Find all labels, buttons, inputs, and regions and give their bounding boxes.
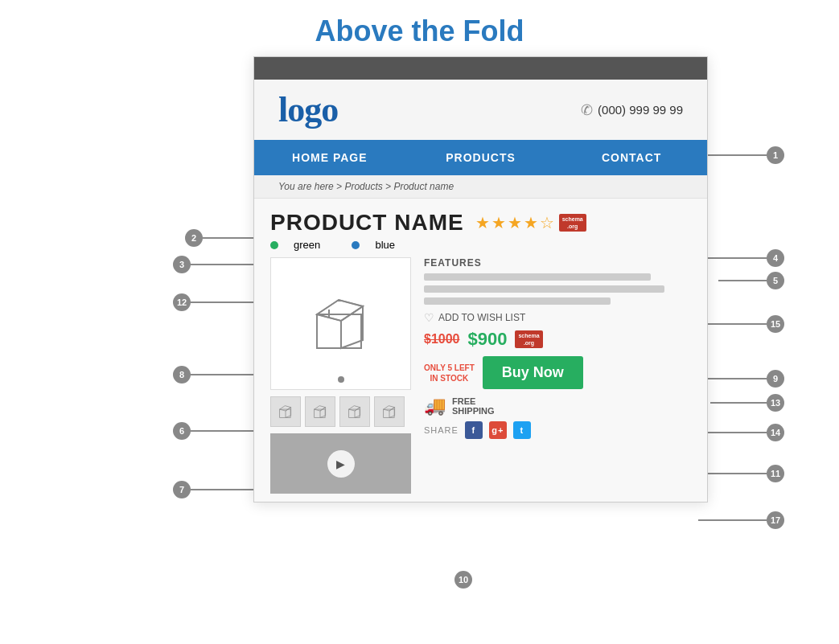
wishlist-label[interactable]: ADD TO WISH LIST [438,312,525,323]
phone-number: (000) 999 99 99 [598,103,683,117]
top-bar [254,57,707,80]
svg-marker-2 [341,306,363,348]
annotation-6: 6 [173,422,191,440]
features-title: FEATURES [424,257,691,269]
phone-area: ✆ (000) 999 99 99 [581,101,683,119]
stars: ★★★★☆ [475,213,556,232]
truck-icon: 🚚 [424,396,446,416]
svg-marker-20 [389,408,395,418]
annotation-3: 3 [173,256,191,273]
annotation-7: 7 [173,481,191,498]
product-main: ▶ FEATURES ♡ ADD TO WISH LIST [270,257,691,494]
breadcrumb: You are here > Products > Product name [254,175,707,199]
ann-line-12 [191,301,255,303]
googleplus-icon[interactable]: g+ [489,421,507,439]
heart-icon: ♡ [424,311,434,324]
stock-text: ONLY 5 LEFTIN STOCK [424,363,475,384]
image-dot [338,376,344,383]
feature-line-3 [424,297,611,305]
annotation-11: 11 [767,465,784,482]
thumbnail-1[interactable] [270,396,301,427]
product-left: ▶ [270,257,411,494]
annotation-1: 1 [767,146,784,164]
annotation-14: 14 [767,424,784,441]
ann-line-6 [191,430,255,432]
ann-line-5 [718,280,767,281]
ann-line-17 [698,519,767,521]
price-new: $900 [468,329,508,350]
price-old: $1000 [424,332,460,347]
share-row: SHARE f g+ t [424,421,691,439]
product-box-icon [305,292,377,356]
schema-badge-stars: schema .org [559,214,586,232]
color-options: green blue [270,239,691,251]
logo: logo [278,89,338,130]
phone-icon: ✆ [581,101,593,119]
nav-item-home[interactable]: HOME PAGE [254,140,405,175]
feature-line-1 [424,273,651,281]
nav-item-contact[interactable]: CONTACT [556,140,707,175]
nav-bar[interactable]: HOME PAGE PRODUCTS CONTACT [254,140,707,175]
play-button[interactable]: ▶ [327,450,355,478]
annotation-4: 4 [767,249,784,267]
ann-line-2 [203,237,257,239]
thumbnail-4[interactable] [374,396,405,427]
feature-line-2 [424,285,664,293]
ann-line-3 [191,264,255,265]
twitter-icon[interactable]: t [513,421,531,439]
shipping-text: FREESHIPPING [452,396,495,416]
share-label: SHARE [424,425,459,435]
video-box[interactable]: ▶ [270,433,411,494]
product-right: FEATURES ♡ ADD TO WISH LIST $1000 $900 [424,257,691,439]
svg-line-7 [317,300,339,314]
color-dot-green [270,241,278,249]
thumbnail-row [270,396,411,427]
svg-marker-14 [320,408,326,418]
thumbnail-2[interactable] [305,396,335,427]
product-section: PRODUCT NAME ★★★★☆ schema .org green b [254,199,707,502]
stars-area: ★★★★☆ schema .org [475,213,586,232]
ann-line-8 [191,374,255,375]
buy-row: ONLY 5 LEFTIN STOCK Buy Now [424,356,691,389]
color-dot-blue [352,241,360,249]
annotation-9: 9 [767,370,784,388]
annotation-15: 15 [767,315,784,333]
annotation-12: 12 [173,293,191,311]
buy-now-button[interactable]: Buy Now [483,356,583,389]
site-header: logo ✆ (000) 999 99 99 [254,80,707,140]
page-title: Above the Fold [0,0,839,56]
ann-line-7 [191,489,255,490]
svg-marker-11 [286,408,291,418]
annotation-5: 5 [767,272,784,289]
annotation-17: 17 [767,511,784,529]
color-label-blue: blue [375,239,395,251]
svg-marker-17 [355,408,360,418]
annotation-2: 2 [185,229,203,247]
annotation-8: 8 [173,366,191,384]
shipping-row: 🚚 FREESHIPPING [424,396,691,416]
annotation-10: 10 [454,571,472,589]
ann-line-13 [710,402,767,404]
wishlist-row[interactable]: ♡ ADD TO WISH LIST [424,311,691,324]
product-image[interactable] [270,257,411,390]
product-name: PRODUCT NAME [270,210,464,236]
nav-item-products[interactable]: PRODUCTS [405,140,557,175]
svg-line-8 [339,300,363,306]
price-row: $1000 $900 schema .org [424,329,691,350]
schema-badge-price: schema .org [515,330,542,348]
annotation-13: 13 [767,394,784,412]
color-label-green: green [294,239,320,251]
thumbnail-3[interactable] [339,396,370,427]
facebook-icon[interactable]: f [465,421,483,439]
